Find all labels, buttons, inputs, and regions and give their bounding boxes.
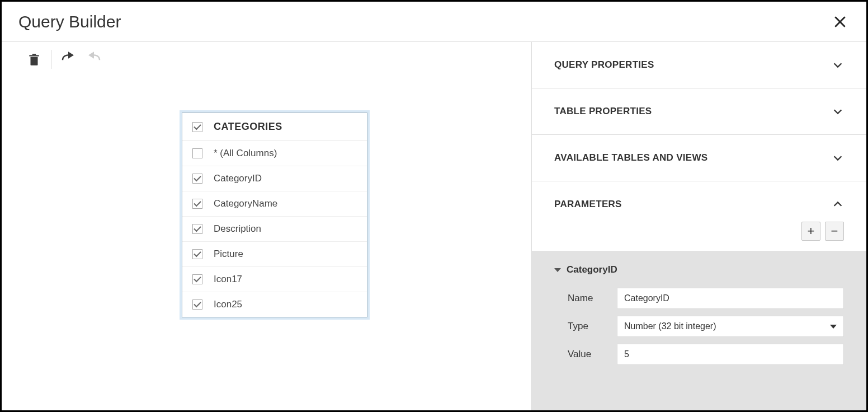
dialog-body: CATEGORIES * (All Columns) CategoryID Ca… xyxy=(2,42,866,410)
field-label-type: Type xyxy=(554,321,606,332)
dialog-header: Query Builder xyxy=(2,2,866,42)
field-row-name: Name CategoryID xyxy=(554,284,844,312)
query-builder-app: Query Builder xyxy=(0,0,868,412)
column-row[interactable]: Description xyxy=(182,217,367,242)
column-row[interactable]: CategoryID xyxy=(182,166,367,191)
parameter-heading: CategoryID xyxy=(567,264,617,275)
column-checkbox[interactable] xyxy=(192,249,202,259)
parameter-actions: + − xyxy=(532,222,866,251)
canvas-toolbar xyxy=(2,42,531,77)
column-label: Icon25 xyxy=(214,299,357,310)
close-icon xyxy=(833,15,847,29)
table-categories[interactable]: CATEGORIES * (All Columns) CategoryID Ca… xyxy=(182,113,367,317)
close-button[interactable] xyxy=(831,12,850,31)
accordion-title: QUERY PROPERTIES xyxy=(554,59,654,71)
redo-button[interactable] xyxy=(83,48,105,71)
chevron-down-icon xyxy=(832,105,844,118)
field-label-value: Value xyxy=(554,349,606,360)
column-label: CategoryName xyxy=(214,198,357,209)
accordion-header-parameters[interactable]: PARAMETERS xyxy=(532,181,866,222)
column-checkbox[interactable] xyxy=(192,224,202,234)
column-checkbox[interactable] xyxy=(192,274,202,284)
table-checkbox[interactable] xyxy=(192,122,202,132)
trash-icon xyxy=(27,52,41,67)
value-input-value: 5 xyxy=(624,349,837,359)
delete-button[interactable] xyxy=(23,48,45,71)
accordion-header-available-tables[interactable]: AVAILABLE TABLES AND VIEWS xyxy=(532,135,866,181)
column-checkbox[interactable] xyxy=(192,148,202,158)
accordion-title: AVAILABLE TABLES AND VIEWS xyxy=(554,152,707,163)
column-row[interactable]: Picture xyxy=(182,242,367,267)
column-checkbox[interactable] xyxy=(192,299,202,310)
column-row[interactable]: Icon25 xyxy=(182,292,367,317)
table-title: CATEGORIES xyxy=(214,121,282,133)
toolbar-separator xyxy=(51,50,51,69)
accordion-header-table-properties[interactable]: TABLE PROPERTIES xyxy=(532,88,866,134)
name-input-value: CategoryID xyxy=(624,293,837,303)
parameter-heading-row[interactable]: CategoryID xyxy=(554,262,844,284)
column-label: Icon17 xyxy=(214,274,357,285)
column-row[interactable]: CategoryName xyxy=(182,191,367,217)
field-row-type: Type Number (32 bit integer) xyxy=(554,312,844,340)
dialog-title: Query Builder xyxy=(18,12,121,31)
chevron-down-icon xyxy=(832,152,844,164)
dropdown-icon xyxy=(830,325,837,329)
column-row[interactable]: Icon17 xyxy=(182,267,367,292)
name-input[interactable]: CategoryID xyxy=(617,288,844,309)
triangle-down-icon xyxy=(554,268,561,272)
column-row[interactable]: * (All Columns) xyxy=(182,141,367,166)
field-label-name: Name xyxy=(554,293,606,304)
column-checkbox[interactable] xyxy=(192,174,202,184)
undo-button[interactable] xyxy=(57,48,79,71)
properties-panel: QUERY PROPERTIES TABLE PROPERTIES AVAILA… xyxy=(532,42,866,410)
column-label: Description xyxy=(214,223,357,235)
add-parameter-button[interactable]: + xyxy=(801,222,820,241)
accordion-query-properties: QUERY PROPERTIES xyxy=(532,42,866,88)
type-select[interactable]: Number (32 bit integer) xyxy=(617,316,844,337)
accordion-parameters: PARAMETERS + − CategoryID Name xyxy=(532,181,866,410)
undo-icon xyxy=(60,51,77,68)
column-checkbox[interactable] xyxy=(192,199,202,209)
redo-icon xyxy=(86,51,102,68)
field-row-value: Value 5 xyxy=(554,340,844,368)
type-select-value: Number (32 bit integer) xyxy=(624,321,825,331)
chevron-up-icon xyxy=(832,198,844,210)
accordion-title: PARAMETERS xyxy=(554,199,622,210)
remove-parameter-button[interactable]: − xyxy=(825,222,844,241)
accordion-header-query-properties[interactable]: QUERY PROPERTIES xyxy=(532,42,866,88)
chevron-down-icon xyxy=(832,59,844,71)
accordion-table-properties: TABLE PROPERTIES xyxy=(532,88,866,135)
parameter-detail: CategoryID Name CategoryID Type Number (… xyxy=(532,251,866,410)
accordion-available-tables: AVAILABLE TABLES AND VIEWS xyxy=(532,135,866,181)
column-label: * (All Columns) xyxy=(214,148,357,159)
table-header[interactable]: CATEGORIES xyxy=(182,113,367,141)
column-label: CategoryID xyxy=(214,173,357,184)
accordion-title: TABLE PROPERTIES xyxy=(554,106,652,117)
column-label: Picture xyxy=(214,249,357,260)
value-input[interactable]: 5 xyxy=(617,344,844,365)
design-canvas[interactable]: CATEGORIES * (All Columns) CategoryID Ca… xyxy=(2,42,532,410)
